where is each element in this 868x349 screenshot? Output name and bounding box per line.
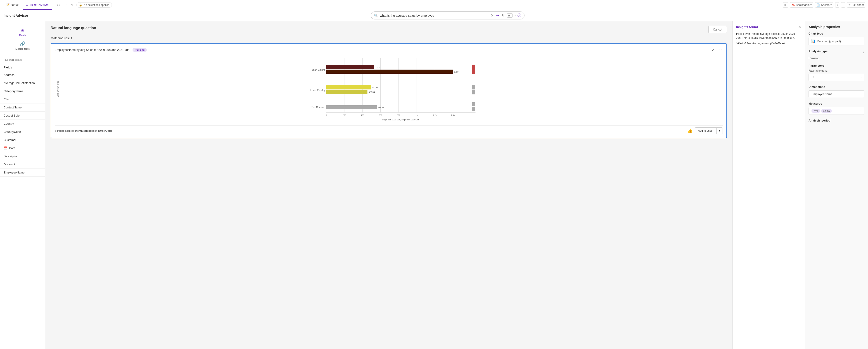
svg-text:388.74: 388.74 <box>378 106 384 109</box>
analysis-type-value: Ranking <box>808 57 864 60</box>
lock-icon: 🔒 <box>79 3 82 6</box>
chart-body: EmployeeName <box>55 56 723 122</box>
svg-rect-24 <box>327 105 377 109</box>
sidebar-fields-nav[interactable]: ⊞ Fields <box>17 26 29 38</box>
main-area: Natural language question Cancel Matchin… <box>45 21 805 349</box>
svg-rect-16 <box>327 85 371 90</box>
period-link[interactable]: Month comparison (OrderDate) <box>75 130 112 132</box>
measure-sales-tag: Sales <box>821 109 832 113</box>
assets-search-input[interactable] <box>3 57 42 63</box>
favorable-trend-value: Up <box>811 76 815 79</box>
insights-close-btn[interactable]: ✕ <box>798 25 801 29</box>
sidebar-item-countrycode[interactable]: CountryCode <box>0 128 45 136</box>
sidebar-item-country[interactable]: Country <box>0 120 45 128</box>
mic-btn[interactable]: 🎙 <box>501 13 505 18</box>
bookmarks-btn[interactable]: 🔖 Bookmarks ▾ <box>790 2 813 8</box>
parameters-section: Parameters Favorable trend Up › <box>808 64 864 81</box>
svg-text:0: 0 <box>326 114 327 116</box>
insights-panel: Insights found ✕ Period over Period: ave… <box>732 21 805 349</box>
sidebar-master-items-nav[interactable]: 🔗 Master items <box>13 39 32 52</box>
svg-text:1.27k: 1.27k <box>454 71 459 73</box>
svg-rect-27 <box>472 107 475 111</box>
chart-svg: Joan Collins 363.6 1.27k Louis Presley <box>61 56 723 121</box>
master-items-label: Master items <box>16 47 30 50</box>
prev-sheet-btn[interactable]: ‹ <box>835 2 839 8</box>
svg-text:Joan Collins: Joan Collins <box>312 68 326 71</box>
edit-sheet-btn[interactable]: ✏ Edit sheet <box>847 2 865 8</box>
insight-advisor-label: Insight Advisor <box>30 3 49 6</box>
top-nav-right: ⊞ 🔖 Bookmarks ▾ 📄 Sheets ▾ ‹ › ✏ Edit sh… <box>783 2 865 8</box>
search-bar-wrapper: 🔍 ✕ → 🎙 en ▾ ⓘ <box>31 11 864 20</box>
pencil-icon: ✏ <box>848 3 851 6</box>
sidebar-item-city[interactable]: City <box>0 95 45 103</box>
measures-tags: Avg Sales <box>811 109 832 113</box>
chart-header: EmployeeName by avg Sales for 2020-Jun a… <box>55 47 723 53</box>
sidebar-item-address[interactable]: Address <box>0 71 45 79</box>
forward-btn[interactable]: ↪ <box>70 2 74 7</box>
nav-tools: ⬚ ↩ ↪ 🔒 No selections applied <box>56 2 112 8</box>
thumbs-up-btn[interactable]: 👍 <box>687 128 692 133</box>
add-to-sheet-button[interactable]: Add to sheet ▾ <box>695 128 723 134</box>
fields-icon: ⊞ <box>21 28 24 33</box>
sidebar-item-contactname[interactable]: ContactName <box>0 103 45 112</box>
bar-chart-icon: 📊 <box>811 39 815 43</box>
date-label: Date <box>9 146 15 150</box>
add-sheet-dropdown-btn[interactable]: ▾ <box>716 128 722 134</box>
sidebar-item-avgcallsatisfaction[interactable]: AverageCallSatisfaction <box>0 79 45 87</box>
parameters-title: Parameters <box>808 64 864 67</box>
sidebar-item-employeename[interactable]: EmployeeName <box>0 169 45 177</box>
svg-text:363.6: 363.6 <box>375 66 380 68</box>
insight-text: Period over Period: average Sales is 353… <box>736 32 801 40</box>
chart-title-area: EmployeeName by avg Sales for 2020-Jun a… <box>55 48 147 51</box>
back-btn[interactable]: ↩ <box>63 2 68 7</box>
submit-search-btn[interactable]: → <box>496 13 500 18</box>
sidebar-item-costofsale[interactable]: Cost of Sale <box>0 112 45 120</box>
notes-tab[interactable]: 📝 Notes <box>3 0 22 10</box>
measures-row[interactable]: Avg Sales › <box>808 107 864 115</box>
chart-type-row[interactable]: 📊 Bar chart (grouped) <box>808 37 864 45</box>
selections-badge[interactable]: 🔒 No selections applied <box>76 2 112 8</box>
insight-link[interactable]: >Period: Month comparison (OrderDate) <box>736 42 801 45</box>
language-btn[interactable]: en <box>507 13 513 18</box>
chart-type-value: Bar chart (grouped) <box>817 40 841 43</box>
expand-chart-btn[interactable]: ⤢ <box>711 47 716 53</box>
screenshot-btn[interactable]: ⬚ <box>56 2 61 7</box>
grid-btn[interactable]: ⊞ <box>783 2 788 8</box>
notes-icon: 📝 <box>6 3 9 6</box>
more-options-btn[interactable]: ··· <box>718 47 723 53</box>
analysis-panel-title: Analysis properties <box>808 25 864 29</box>
svg-text:avg Sales 2021-Jun, avg Sales : avg Sales 2021-Jun, avg Sales 2020-Jun <box>382 118 419 121</box>
favorable-trend-select[interactable]: Up › <box>808 74 864 81</box>
sidebar-item-discount[interactable]: Discount <box>0 161 45 169</box>
next-sheet-btn[interactable]: › <box>841 2 845 8</box>
sub-header: Insight Advisor 🔍 ✕ → 🎙 en ▾ ⓘ <box>0 10 868 21</box>
svg-text:400: 400 <box>361 114 364 116</box>
svg-text:1k: 1k <box>416 114 418 116</box>
analysis-properties-panel: Analysis properties Chart type 📊 Bar cha… <box>805 21 868 349</box>
add-sheet-label[interactable]: Add to sheet <box>695 128 716 134</box>
sidebar-item-customer[interactable]: Customer <box>0 136 45 144</box>
sidebar-item-categoryname[interactable]: CategoryName <box>0 87 45 95</box>
yaxis-label: EmployeeName <box>55 56 61 122</box>
sidebar-item-description[interactable]: Description <box>0 152 45 161</box>
svg-rect-14 <box>472 65 475 74</box>
help-icon[interactable]: ? <box>863 50 864 54</box>
sidebar-nav-icons: ⊞ Fields 🔗 Master items <box>0 24 45 55</box>
search-input[interactable] <box>380 14 489 18</box>
main-layout: ⊞ Fields 🔗 Master items Fields Address A… <box>0 21 868 349</box>
dimension-row[interactable]: EmployeeName › <box>808 90 864 98</box>
bookmarks-chevron-icon: ▾ <box>810 3 812 6</box>
section-title: Natural language question <box>51 26 96 30</box>
sidebar-search <box>0 57 45 65</box>
svg-text:600: 600 <box>379 114 382 116</box>
clear-search-btn[interactable]: ✕ <box>491 13 494 18</box>
cancel-button[interactable]: Cancel <box>708 26 727 33</box>
analysis-type-title: Analysis type <box>808 49 828 53</box>
sheets-btn[interactable]: 📄 Sheets ▾ <box>815 2 833 8</box>
sidebar-item-date[interactable]: 📅 Date <box>0 144 45 152</box>
insight-advisor-tab[interactable]: ⬡ Insight Advisor <box>23 0 52 10</box>
chart-type-section-title: Chart type <box>808 32 864 35</box>
sheets-chevron-icon: ▾ <box>831 3 832 6</box>
analysis-period-section: Analysis period <box>808 119 864 122</box>
info-btn[interactable]: ⓘ <box>518 13 521 18</box>
